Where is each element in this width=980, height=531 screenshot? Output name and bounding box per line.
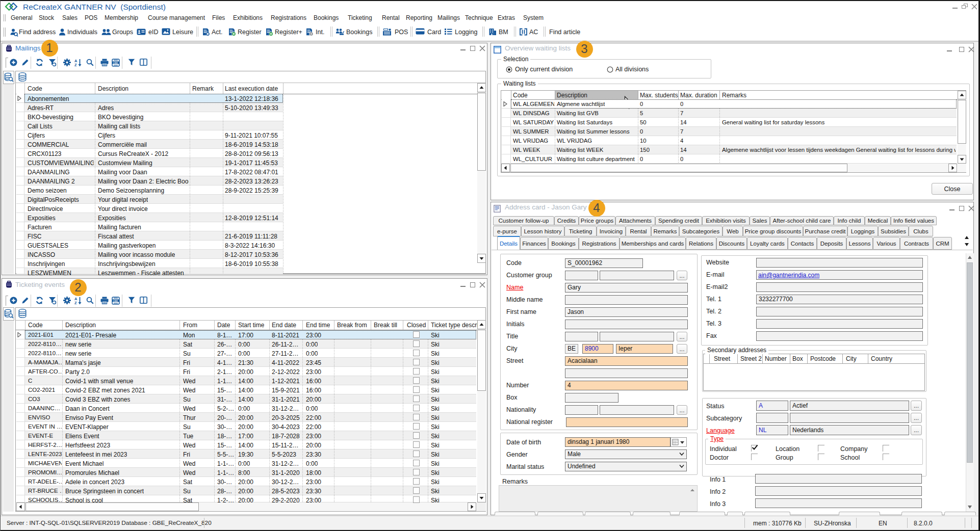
- svg-text:Z: Z: [74, 301, 77, 305]
- svg-text:CSV: CSV: [113, 300, 118, 302]
- svg-text:CSV: CSV: [113, 62, 118, 64]
- svg-text:Z: Z: [74, 63, 77, 67]
